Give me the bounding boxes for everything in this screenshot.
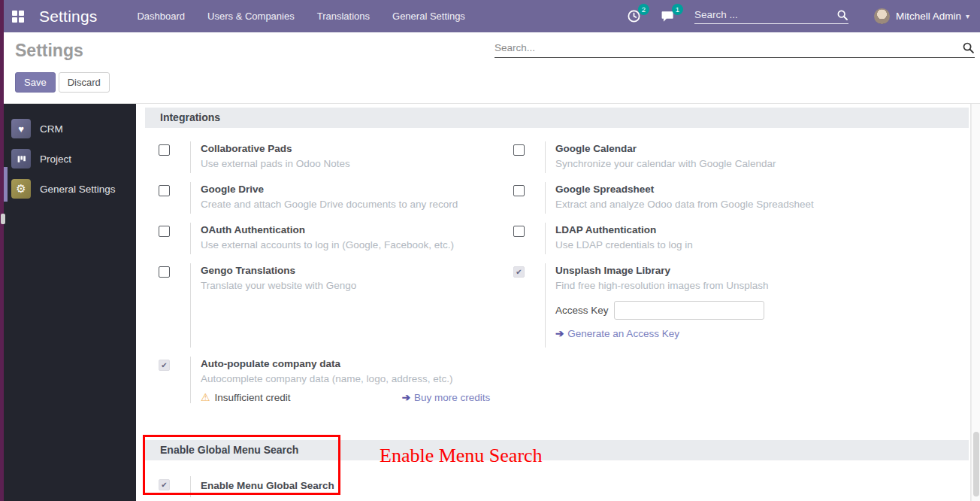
setting-title[interactable]: Google Calendar [555,143,969,154]
discard-button[interactable]: Discard [59,72,110,93]
save-button[interactable]: Save [15,72,56,93]
left-accent-strip [0,0,4,501]
google-calendar-checkbox[interactable] [513,144,525,156]
activities-badge: 2 [638,4,649,15]
auto-populate-checkbox[interactable]: ✔ [159,360,170,371]
section-header-enable-global-menu-search: Enable Global Menu Search [145,440,969,460]
access-key-row: Access Key [555,301,969,320]
setting-description: Create and attach Google Drive documents… [201,199,513,210]
setting-oauth-authentication: OAuth Authentication Use external accoun… [159,223,513,254]
caret-down-icon: ▾ [966,12,969,20]
navbar-search [694,9,848,24]
settings-column-left: Collaborative Pads Use external pads in … [159,141,513,412]
setting-title[interactable]: Google Spreadsheet [555,184,969,195]
settings-column-right: Google Calendar Synchronize your calenda… [513,141,969,412]
setting-title[interactable]: Enable Menu Global Search [201,478,334,491]
scrollbar-thumb[interactable] [973,432,979,496]
setting-description: Extract and analyze Odoo data from Googl… [555,199,969,210]
buy-more-credits-link[interactable]: ➔Buy more credits [402,391,491,403]
messages-badge: 1 [672,4,683,15]
setting-title[interactable]: Google Drive [201,184,513,195]
setting-unsplash-image-library: ✔ Unsplash Image Library Find free high-… [513,263,969,348]
setting-description: Use LDAP credentials to log in [555,239,969,250]
setting-title[interactable]: LDAP Authentication [555,224,969,235]
project-app-icon [11,149,31,169]
integrations-grid: Collaborative Pads Use external pads in … [159,141,969,412]
google-spreadsheet-checkbox[interactable] [513,185,525,196]
user-menu[interactable]: Mitchell Admin ▾ [874,8,969,24]
setting-enable-menu-global-search: ✔ Enable Menu Global Search [159,476,334,497]
generate-access-key-link[interactable]: ➔Generate an Access Key [555,327,969,339]
setting-title[interactable]: OAuth Authentication [201,224,513,235]
top-navbar: Settings Dashboard Users & Companies Tra… [0,0,980,32]
credit-warning-row: ⚠ Insufficient credit ➔Buy more credits [201,391,513,403]
setting-collaborative-pads: Collaborative Pads Use external pads in … [159,141,513,173]
annotation-text: Enable Menu Search [380,445,543,467]
activities-button[interactable]: 2 [627,9,641,23]
setting-title[interactable]: Unsplash Image Library [555,265,969,276]
link-arrow-icon: ➔ [402,392,410,403]
warning-icon: ⚠ [201,391,210,403]
navbar-search-input[interactable] [694,9,836,20]
setting-description: Use external accounts to log in (Google,… [201,239,513,250]
sidebar-item-project[interactable]: Project [0,144,136,174]
page-header: Settings Save Discard [0,32,980,104]
settings-sidebar: ♥ CRM Project ⚙ General Settings [0,104,136,501]
google-drive-checkbox[interactable] [159,185,170,196]
sidebar-item-crm[interactable]: ♥ CRM [0,114,136,144]
setting-auto-populate-company-data: ✔ Auto-populate company data Autocomplet… [159,357,513,403]
link-arrow-icon: ➔ [555,328,564,339]
sidebar-collapse-handle[interactable] [1,214,5,224]
search-icon[interactable] [836,9,848,21]
apps-menu-icon[interactable] [12,11,24,23]
gengo-checkbox[interactable] [159,266,170,278]
unsplash-checkbox[interactable]: ✔ [513,266,525,278]
settings-search-input[interactable] [495,42,962,53]
menu-item-dashboard[interactable]: Dashboard [129,6,193,26]
menu-item-general-settings[interactable]: General Settings [384,6,473,26]
settings-content: Integrations Collaborative Pads Use exte… [136,104,971,501]
setting-title[interactable]: Collaborative Pads [201,143,513,154]
warning-text: Insufficient credit [215,392,291,403]
settings-search [495,41,975,58]
avatar [874,8,890,24]
setting-description: Find free high-resolution images from Un… [555,280,969,291]
setting-title[interactable]: Gengo Translations [201,265,513,276]
setting-google-calendar: Google Calendar Synchronize your calenda… [513,141,969,173]
messages-button[interactable]: 1 [661,9,675,23]
setting-google-spreadsheet: Google Spreadsheet Extract and analyze O… [513,182,969,214]
search-icon[interactable] [962,41,975,54]
enable-menu-global-search-checkbox[interactable]: ✔ [159,479,170,490]
setting-gengo-translations: Gengo Translations Translate your websit… [159,263,513,348]
section-header-integrations: Integrations [145,108,969,128]
sidebar-item-general-settings[interactable]: ⚙ General Settings [0,174,136,204]
ldap-checkbox[interactable] [513,226,525,237]
access-key-input[interactable] [614,301,764,320]
collaborative-pads-checkbox[interactable] [159,144,170,156]
navbar-app-title: Settings [39,8,97,26]
setting-description: Use external pads in Odoo Notes [201,158,513,169]
setting-title[interactable]: Auto-populate company data [201,358,513,369]
page-title: Settings [15,41,83,61]
gear-icon: ⚙ [11,179,31,199]
navbar-right: 2 1 Mitchell Admin ▾ [627,8,980,24]
access-key-label: Access Key [555,305,609,316]
settings-app-window: Settings Dashboard Users & Companies Tra… [0,0,980,501]
menu-item-users-companies[interactable]: Users & Companies [199,6,303,26]
action-buttons: Save Discard [15,72,110,93]
setting-ldap-authentication: LDAP Authentication Use LDAP credentials… [513,223,969,254]
setting-google-drive: Google Drive Create and attach Google Dr… [159,182,513,214]
sidebar-active-indicator [4,167,8,202]
setting-description: Synchronize your calendar with Google Ca… [555,158,969,169]
setting-description: Translate your website with Gengo [201,280,513,291]
menu-item-translations[interactable]: Translations [309,6,378,26]
vertical-scrollbar[interactable] [971,104,980,501]
user-name: Mitchell Admin [896,11,961,22]
crm-app-icon: ♥ [11,119,31,138]
navbar-menu: Dashboard Users & Companies Translations… [129,6,473,26]
oauth-checkbox[interactable] [159,226,170,237]
setting-description: Autocomplete company data (name, logo, a… [201,373,513,384]
